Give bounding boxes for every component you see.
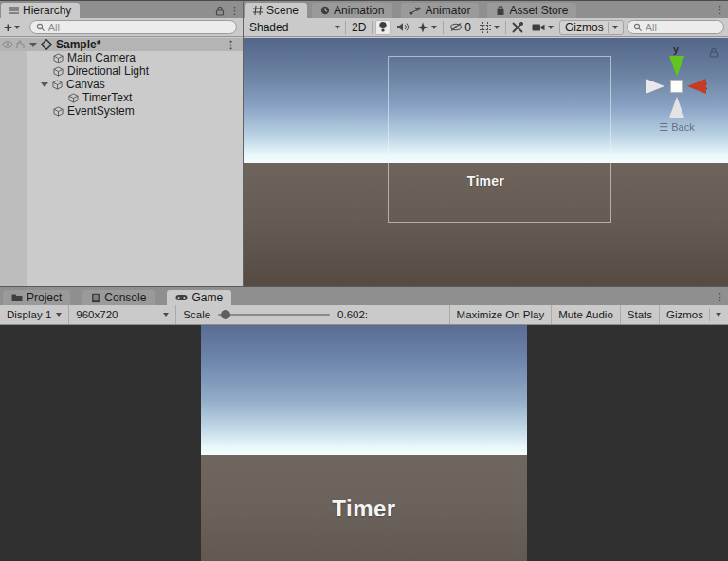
hierarchy-toolbar: + — [0, 18, 243, 37]
bottom-panel: Project Console Game ⋮ Display 1 — [0, 286, 728, 561]
scene-visibility-button[interactable]: 0 — [446, 20, 474, 35]
maximize-on-play-button[interactable]: Maximize On Play — [450, 305, 552, 324]
mute-label: Mute Audio — [558, 309, 613, 320]
orientation-gizmo[interactable]: y x ☰ Back — [643, 45, 711, 136]
draw-mode-label: Shaded — [249, 21, 288, 34]
axis-bottom-cone[interactable] — [669, 97, 684, 118]
axis-x-cone[interactable] — [687, 79, 706, 94]
bottom-panel-menu-icon[interactable]: ⋮ — [712, 292, 728, 305]
scene-lighting-button[interactable] — [375, 20, 391, 35]
draw-mode-dropdown[interactable]: Shaded — [247, 21, 342, 34]
editor-tools-button[interactable] — [509, 20, 526, 35]
mute-audio-button[interactable]: Mute Audio — [552, 305, 620, 324]
resolution-label: 960x720 — [76, 309, 118, 320]
tab-console-label: Console — [104, 291, 146, 304]
axis-left-cone[interactable] — [646, 79, 664, 94]
tab-game-label: Game — [191, 291, 223, 304]
back-label-text: Back — [671, 121, 694, 133]
scene-tabbar: Scene Animation Animator Asset Store — [244, 1, 728, 18]
tree-item-eventsystem[interactable]: EventSystem — [0, 104, 243, 118]
scene-viewport[interactable]: Timer y x ☰ Back — [244, 38, 728, 286]
game-toolbar: Display 1 960x720 Scale 0.602: Maximize … — [0, 305, 728, 325]
toggle-2d-button[interactable]: 2D — [349, 20, 369, 35]
view-orientation-label[interactable]: ☰ Back — [643, 121, 711, 134]
scene-audio-button[interactable] — [393, 20, 411, 35]
hierarchy-menu-icon[interactable]: ⋮ — [227, 6, 243, 16]
canvas-foldout-caret[interactable] — [41, 82, 48, 87]
resolution-dropdown[interactable]: 960x720 — [69, 305, 175, 324]
chevron-down-icon — [163, 313, 169, 317]
tree-item-timertext[interactable]: TimerText — [0, 91, 243, 104]
gizmo-lock-icon[interactable] — [709, 47, 719, 58]
chevron-down-icon — [612, 26, 618, 29]
tab-animation-label: Animation — [334, 4, 384, 17]
hierarchy-search-input[interactable] — [48, 22, 230, 33]
tab-hierarchy[interactable]: Hierarchy — [1, 3, 80, 18]
gameobject-cube-icon — [53, 53, 64, 63]
2d-label: 2D — [352, 21, 366, 34]
axis-y-label: y — [673, 44, 679, 55]
chevron-down-icon — [14, 26, 20, 29]
game-gizmos-dropdown[interactable]: Gizmos — [660, 305, 728, 324]
gizmos-label: Gizmos — [565, 21, 604, 34]
tab-animator[interactable]: Animator — [401, 3, 479, 18]
lock-icon[interactable] — [215, 6, 225, 16]
tab-asset-store[interactable]: Asset Store — [487, 3, 576, 18]
tab-console[interactable]: Console — [82, 290, 155, 305]
tree-item-label: Main Camera — [67, 51, 136, 64]
tab-hierarchy-label: Hierarchy — [23, 4, 71, 17]
tab-project-label: Project — [27, 291, 62, 304]
scene-timer-text[interactable]: Timer — [244, 173, 728, 189]
tree-item-canvas[interactable]: Canvas — [0, 78, 243, 91]
tree-item-main-camera[interactable]: Main Camera — [0, 51, 243, 64]
tab-project[interactable]: Project — [3, 290, 70, 305]
asset-store-bag-icon — [496, 6, 505, 16]
scene-grid-visibility-button[interactable] — [477, 20, 502, 35]
plus-icon: + — [4, 22, 12, 33]
scene-row-label: Sample* — [56, 38, 100, 51]
speaker-icon — [396, 22, 409, 32]
scene-row-menu-icon[interactable]: ⋮ — [223, 40, 239, 50]
gizmo-center-cube[interactable] — [670, 80, 683, 93]
scene-camera-button[interactable] — [529, 20, 556, 35]
hierarchy-search[interactable] — [29, 20, 237, 34]
scene-panel: Scene Animation Animator Asset Store — [244, 1, 728, 286]
game-viewport[interactable]: Timer — [201, 325, 527, 561]
gameobject-cube-icon — [53, 106, 64, 117]
canvas-rect-gizmo[interactable] — [388, 56, 611, 223]
scene-search-input[interactable] — [646, 22, 718, 33]
game-sky — [201, 325, 527, 455]
unity-editor-window: Hierarchy ⋮ + — [0, 0, 728, 561]
axis-y-cone[interactable] — [669, 56, 684, 77]
tab-scene[interactable]: Scene — [245, 3, 307, 18]
scene-search[interactable] — [627, 20, 724, 34]
game-area: Timer — [0, 325, 728, 561]
display-dropdown[interactable]: Display 1 — [0, 305, 68, 324]
chevron-down-icon — [494, 26, 500, 29]
tree-item-label: TimerText — [82, 91, 132, 104]
stats-label: Stats — [628, 309, 652, 320]
scene-effects-button[interactable] — [414, 20, 440, 35]
scale-slider-knob[interactable] — [221, 310, 230, 319]
scene-pickability-icon[interactable] — [15, 40, 26, 49]
tab-game[interactable]: Game — [167, 290, 231, 305]
stats-button[interactable]: Stats — [621, 305, 659, 324]
bottom-tabbar: Project Console Game ⋮ — [0, 287, 728, 305]
display-label: Display 1 — [7, 309, 51, 320]
scene-foldout-caret[interactable] — [29, 43, 37, 47]
scene-gizmos-dropdown[interactable]: Gizmos — [559, 20, 624, 35]
scene-grid-icon — [253, 6, 263, 15]
hierarchy-tabbar: Hierarchy ⋮ — [0, 1, 243, 18]
scene-panel-menu-icon[interactable]: ⋮ — [712, 5, 728, 18]
scene-row-sample[interactable]: Sample* ⋮ — [0, 38, 243, 51]
scale-slider[interactable] — [218, 314, 330, 316]
console-icon — [91, 293, 100, 303]
create-object-button[interactable]: + — [4, 22, 20, 33]
tab-animation[interactable]: Animation — [312, 3, 392, 18]
game-timer-text: Timer — [201, 496, 527, 522]
tree-item-label: Canvas — [66, 78, 105, 91]
tree-item-directional-light[interactable]: Directional Light — [0, 64, 243, 78]
clock-icon — [320, 6, 330, 15]
effects-sparkle-icon — [417, 22, 428, 33]
scene-visibility-eye-icon[interactable] — [2, 40, 13, 49]
